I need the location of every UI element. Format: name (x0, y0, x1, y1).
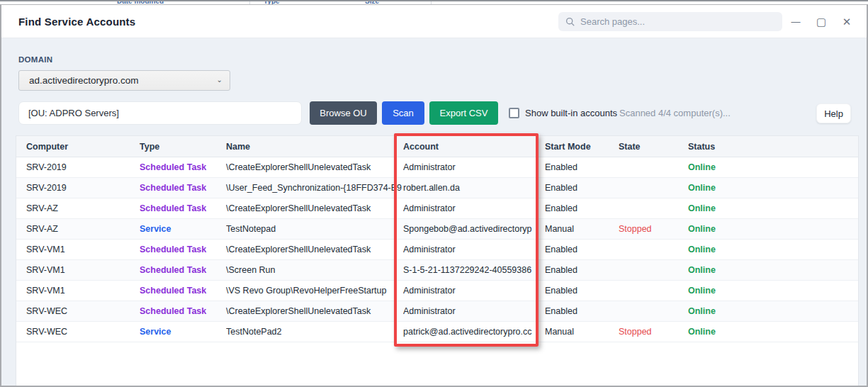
cell-name: \User_Feed_Synchronization-{18FFD374-E9 (226, 178, 402, 198)
cell-name: \Screen Run (226, 260, 402, 281)
cell-type: Scheduled Task (140, 260, 221, 281)
column-header-state[interactable]: State (619, 136, 682, 157)
cell-account: Administrator (403, 281, 539, 301)
column-header-account[interactable]: Account (403, 136, 539, 157)
domain-select[interactable]: ad.activedirectorypro.com ⌄ (18, 70, 230, 91)
browse-ou-button[interactable]: Browse OU (310, 101, 377, 125)
maximize-button[interactable]: ▢ (808, 11, 834, 33)
cell-status: Online (688, 219, 766, 240)
search-input[interactable]: Search pages... (558, 12, 782, 31)
cell-name: \CreateExplorerShellUnelevatedTask (226, 198, 402, 219)
cell-start-mode: Enabled (545, 198, 612, 219)
cell-status: Online (688, 260, 766, 281)
cell-type: Scheduled Task (140, 178, 221, 198)
table-body: SRV-2019 Scheduled Task \CreateExplorerS… (16, 157, 858, 342)
show-builtin-accounts-checkbox[interactable] (509, 108, 519, 118)
cell-name: \CreateExplorerShellUnelevatedTask (226, 301, 402, 322)
column-header-computer[interactable]: Computer (26, 136, 133, 157)
cell-status: Online (688, 322, 766, 342)
table-row[interactable]: SRV-2019 Scheduled Task \CreateExplorerS… (16, 157, 858, 178)
domain-selected-value: ad.activedirectorypro.com (29, 75, 139, 86)
table-row[interactable]: SRV-VM1 Scheduled Task \VS Revo Group\Re… (16, 281, 858, 301)
cell-start-mode: Enabled (545, 240, 612, 260)
close-button[interactable]: ✕ (834, 11, 859, 33)
cell-account: Administrator (403, 301, 539, 322)
search-placeholder: Search pages... (580, 16, 645, 27)
show-builtin-accounts-label[interactable]: Show built-in accounts (525, 108, 617, 118)
cell-name: \CreateExplorerShellUnelevatedTask (226, 240, 402, 260)
table-row[interactable]: SRV-AZ Service TestNotepad Spongebob@ad.… (16, 219, 858, 240)
export-csv-button[interactable]: Export CSV (429, 101, 498, 125)
cell-name: \CreateExplorerShellUnelevatedTask (226, 157, 402, 178)
table-row[interactable]: SRV-2019 Scheduled Task \User_Feed_Synch… (16, 178, 858, 198)
table-row[interactable]: SRV-WEC Scheduled Task \CreateExplorerSh… (16, 301, 858, 322)
cell-status: Online (688, 157, 766, 178)
cell-status: Online (688, 281, 766, 301)
search-icon (565, 17, 575, 26)
ou-input[interactable]: [OU: ADPRO Servers] (18, 101, 302, 125)
cell-name: TestNotepad (226, 219, 402, 240)
scan-button[interactable]: Scan (382, 101, 424, 125)
column-header-start-mode[interactable]: Start Mode (545, 136, 612, 157)
cell-start-mode: Manual (545, 219, 612, 240)
cell-computer: SRV-VM1 (26, 260, 133, 281)
cell-type: Scheduled Task (140, 281, 221, 301)
cell-start-mode: Manual (545, 322, 612, 342)
cell-status: Online (688, 301, 766, 322)
cell-account: Administrator (403, 240, 539, 260)
table-row[interactable]: SRV-AZ Scheduled Task \CreateExplorerShe… (16, 198, 858, 219)
cell-computer: SRV-WEC (26, 322, 133, 342)
cell-account: Spongebob@ad.activedirectoryp (403, 219, 539, 240)
cell-start-mode: Enabled (545, 301, 612, 322)
cell-account: Administrator (403, 198, 539, 219)
cell-start-mode: Enabled (545, 178, 612, 198)
cell-type: Scheduled Task (140, 198, 221, 219)
window-controls: — ▢ ✕ (783, 5, 859, 38)
cell-type: Scheduled Task (140, 301, 221, 322)
cell-name: TestNotePad2 (226, 322, 402, 342)
cell-account: patrick@ad.activedirectorypro.cc (403, 322, 539, 342)
show-builtin-accounts-control: Show built-in accounts (509, 101, 617, 125)
cell-type: Service (140, 322, 221, 342)
cell-status: Online (688, 240, 766, 260)
page-title: Find Service Accounts (18, 5, 135, 38)
cell-type: Scheduled Task (140, 240, 221, 260)
cell-computer: SRV-2019 (26, 157, 133, 178)
column-header-type[interactable]: Type (140, 136, 221, 157)
cell-start-mode: Enabled (545, 281, 612, 301)
cell-type: Service (140, 219, 221, 240)
cell-computer: SRV-2019 (26, 178, 133, 198)
cell-name: \VS Revo Group\RevoHelperFreeStartup (226, 281, 402, 301)
column-header-status[interactable]: Status (688, 136, 766, 157)
cell-computer: SRV-VM1 (26, 281, 133, 301)
cell-computer: SRV-AZ (26, 219, 133, 240)
results-table: Computer Type Name Account Start Mode St… (16, 135, 859, 386)
cell-computer: SRV-WEC (26, 301, 133, 322)
cell-account: robert.allen.da (403, 178, 539, 198)
cell-start-mode: Enabled (545, 157, 612, 178)
scan-status-text: Scanned 4/4 computer(s)... (619, 101, 731, 125)
cell-account: S-1-5-21-1137229242-40559386 (403, 260, 539, 281)
cell-type: Scheduled Task (140, 157, 221, 178)
table-row[interactable]: SRV-VM1 Scheduled Task \CreateExplorerSh… (16, 240, 858, 260)
chevron-down-icon: ⌄ (217, 76, 222, 84)
table-header-row: Computer Type Name Account Start Mode St… (16, 136, 858, 157)
screenshot-root: Date modified Type Size Find Service Acc… (0, 0, 868, 387)
minimize-button[interactable]: — (783, 11, 808, 33)
cell-account: Administrator (403, 157, 539, 178)
help-button[interactable]: Help (816, 103, 851, 123)
table-row[interactable]: SRV-WEC Service TestNotePad2 patrick@ad.… (16, 322, 858, 342)
cell-state: Stopped (619, 322, 682, 342)
column-header-name[interactable]: Name (226, 136, 402, 157)
cell-start-mode: Enabled (545, 260, 612, 281)
table-row[interactable]: SRV-VM1 Scheduled Task \Screen Run S-1-5… (16, 260, 858, 281)
cell-status: Online (688, 178, 766, 198)
cell-state: Stopped (619, 219, 682, 240)
app-window: Find Service Accounts Search pages... — … (0, 4, 868, 387)
titlebar: Find Service Accounts Search pages... — … (1, 5, 867, 38)
cell-computer: SRV-AZ (26, 198, 133, 219)
cell-status: Online (688, 198, 766, 219)
domain-label: DOMAIN (18, 55, 52, 64)
cell-computer: SRV-VM1 (26, 240, 133, 260)
